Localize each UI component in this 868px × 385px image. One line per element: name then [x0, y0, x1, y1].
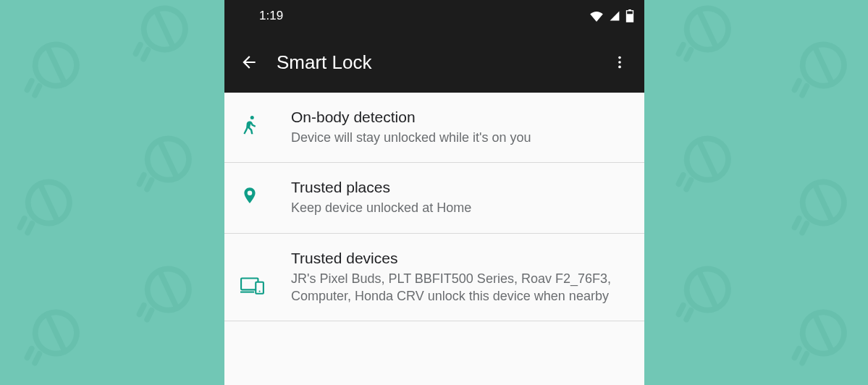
cell-signal-icon [608, 10, 621, 22]
list-item-title: Trusted devices [291, 250, 627, 267]
list-item-title: Trusted places [291, 179, 627, 196]
svg-line-13 [159, 140, 177, 178]
list-item-trusted-devices[interactable]: Trusted devices JR's Pixel Buds, PLT BBF… [224, 234, 644, 322]
svg-line-45 [699, 271, 716, 308]
devices-icon [240, 276, 265, 295]
svg-line-35 [792, 81, 802, 90]
list-item[interactable] [224, 321, 644, 343]
list-item-subtitle: Device will stay unlocked while it's on … [291, 129, 627, 146]
svg-rect-58 [627, 14, 633, 22]
svg-line-17 [47, 314, 64, 352]
phone-frame: 1:19 Smart Lock [224, 0, 644, 385]
svg-line-51 [792, 349, 802, 358]
arrow-back-icon [240, 53, 258, 72]
svg-line-39 [676, 175, 686, 185]
svg-line-49 [814, 314, 832, 352]
svg-line-9 [40, 184, 57, 221]
svg-line-29 [699, 10, 716, 48]
svg-point-59 [618, 56, 621, 59]
overflow-menu-button[interactable] [602, 45, 637, 80]
svg-line-3 [25, 81, 35, 90]
svg-line-43 [792, 219, 802, 228]
svg-line-5 [156, 10, 173, 48]
list-item-title: On-body detection [291, 109, 627, 126]
place-icon [240, 183, 259, 208]
app-bar: Smart Lock [224, 32, 644, 93]
svg-line-42 [799, 224, 809, 233]
svg-line-50 [799, 354, 809, 363]
svg-line-15 [137, 175, 147, 185]
back-button[interactable] [232, 45, 266, 80]
svg-line-34 [799, 86, 809, 96]
svg-line-1 [47, 46, 64, 84]
list-item-subtitle: JR's Pixel Buds, PLT BBFIT500 Series, Ro… [291, 270, 627, 305]
svg-line-38 [683, 180, 694, 190]
svg-line-7 [133, 45, 143, 54]
list-item-trusted-places[interactable]: Trusted places Keep device unlocked at H… [224, 163, 644, 233]
svg-line-2 [32, 86, 42, 96]
svg-line-21 [159, 271, 177, 308]
wifi-icon [589, 10, 604, 22]
svg-line-30 [683, 50, 694, 59]
page-title: Smart Lock [277, 51, 602, 74]
svg-point-66 [259, 290, 261, 292]
svg-line-31 [676, 45, 686, 54]
svg-line-11 [17, 219, 28, 228]
status-time: 1:19 [259, 9, 283, 23]
list-item-subtitle: Keep device unlocked at Home [291, 199, 627, 216]
svg-line-33 [814, 46, 832, 84]
svg-line-46 [683, 310, 694, 320]
svg-line-18 [32, 354, 42, 363]
list-item-on-body-detection[interactable]: On-body detection Device will stay unloc… [224, 93, 644, 163]
svg-line-23 [137, 305, 147, 315]
svg-line-6 [140, 50, 151, 59]
svg-line-47 [676, 305, 686, 315]
more-vert-icon [612, 54, 628, 70]
svg-point-61 [618, 66, 621, 69]
svg-line-37 [699, 140, 716, 178]
battery-icon [625, 9, 634, 22]
svg-line-10 [25, 224, 35, 233]
svg-line-22 [144, 310, 154, 320]
svg-line-14 [144, 180, 154, 190]
status-bar: 1:19 [224, 0, 644, 32]
svg-point-62 [250, 116, 254, 119]
svg-point-60 [618, 61, 621, 64]
svg-line-19 [25, 349, 35, 358]
settings-list: On-body detection Device will stay unloc… [224, 93, 644, 343]
svg-line-41 [814, 184, 832, 221]
walk-icon [240, 113, 262, 138]
